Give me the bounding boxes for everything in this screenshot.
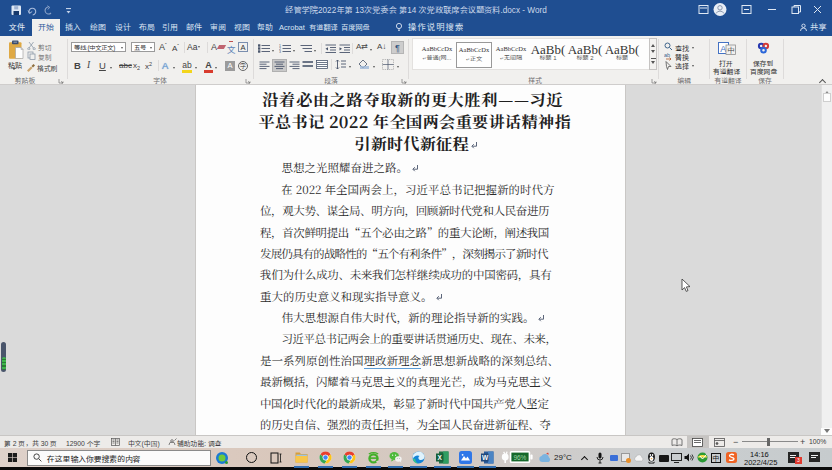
svg-text:96%: 96% xyxy=(513,453,526,460)
svg-text:A: A xyxy=(720,44,726,54)
svg-text:中: 中 xyxy=(728,46,736,55)
svg-text:W: W xyxy=(482,454,489,461)
svg-text:X: X xyxy=(437,454,442,461)
svg-text:3: 3 xyxy=(279,50,281,54)
svg-text:ab: ab xyxy=(664,52,670,58)
